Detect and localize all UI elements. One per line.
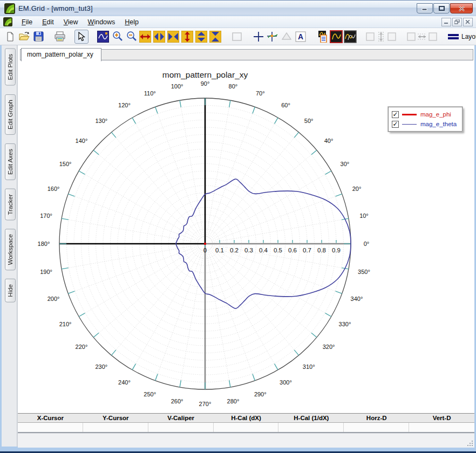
svg-text:140°: 140° xyxy=(76,138,88,144)
readout-value xyxy=(148,423,214,432)
svg-text:0.4: 0.4 xyxy=(259,247,268,253)
maximize-button[interactable] xyxy=(433,3,450,13)
legend-checkbox-mag_e_theta[interactable]: ✓ xyxy=(392,121,399,128)
svg-text:20°: 20° xyxy=(352,186,362,192)
svg-text:0.5: 0.5 xyxy=(274,247,282,253)
legend-label: mag_e_theta xyxy=(420,121,457,127)
expand-vertical-red-button[interactable] xyxy=(180,30,194,44)
app-logo-icon xyxy=(4,3,15,14)
pointer-select-button[interactable] xyxy=(74,30,89,44)
readout-value xyxy=(83,423,148,432)
child-minimize-button[interactable] xyxy=(441,18,451,26)
sidebar-tab-hide[interactable]: Hide xyxy=(5,279,16,303)
svg-text:260°: 260° xyxy=(171,398,183,404)
tab-strip: mom_pattern_polar_xy xyxy=(18,45,474,60)
layout-icon xyxy=(448,33,459,40)
readout-value xyxy=(278,423,344,432)
expand-vertical-button[interactable] xyxy=(194,30,208,44)
zoom-in-button[interactable] xyxy=(110,30,124,44)
tab-mom_pattern_polar_xy[interactable]: mom_pattern_polar_xy xyxy=(21,48,101,61)
readout-header-x-cursor: X-Cursor xyxy=(18,414,83,422)
new-document-button[interactable] xyxy=(3,30,17,44)
svg-text:330°: 330° xyxy=(339,321,351,327)
document-logo-icon xyxy=(3,17,12,26)
text-annotation-button[interactable]: A xyxy=(294,30,308,44)
svg-text:340°: 340° xyxy=(351,296,363,302)
child-close-button[interactable] xyxy=(463,18,473,26)
menu-view[interactable]: View xyxy=(59,17,83,27)
readout-value xyxy=(214,423,279,432)
fit-horizontal-button xyxy=(406,30,439,44)
readout-header-horz-d: Horz-D xyxy=(344,414,409,422)
shrink-vertical-button[interactable] xyxy=(208,30,222,44)
sidebar-tab-edit-axes[interactable]: Edit Axes xyxy=(5,143,16,180)
zoom-out-button[interactable] xyxy=(124,30,138,44)
svg-text:70°: 70° xyxy=(256,90,265,97)
menu-edit[interactable]: Edit xyxy=(37,17,59,27)
svg-text:0.7: 0.7 xyxy=(303,247,311,253)
title-bar[interactable]: EM.Grid - [wmom_tut3] xyxy=(0,0,476,16)
layout-button[interactable]: Layout xyxy=(448,33,476,40)
readout-header-v-caliper: V-Caliper xyxy=(148,414,214,422)
readout-header-h-cal-1-dx-: H-Cal (1/dX) xyxy=(278,414,344,422)
legend-line-sample xyxy=(402,124,417,125)
readout-header-h-cal-dx-: H-Cal (dX) xyxy=(214,414,279,422)
legend-label: mag_e_phi xyxy=(420,111,451,118)
shrink-horizontal-button[interactable] xyxy=(166,30,180,44)
toolbar: ALayout xyxy=(0,28,476,45)
sidebar-tab-edit-graph[interactable]: Edit Graph xyxy=(5,94,16,135)
svg-text:120°: 120° xyxy=(118,102,131,108)
resize-grip[interactable] xyxy=(466,440,473,446)
sidebar-tab-tracker[interactable]: Tracker xyxy=(5,189,16,221)
svg-text:50°: 50° xyxy=(304,118,314,124)
svg-text:160°: 160° xyxy=(47,186,60,192)
menu-windows[interactable]: Windows xyxy=(83,17,120,27)
expand-horizontal-button[interactable] xyxy=(152,30,166,44)
svg-text:270°: 270° xyxy=(199,401,212,407)
menu-bar: FileEditViewWindowsHelp xyxy=(0,16,476,28)
expand-horizontal-red-button[interactable] xyxy=(138,30,152,44)
full-view-button[interactable] xyxy=(96,30,110,44)
svg-text:210°: 210° xyxy=(59,321,72,327)
svg-text:190°: 190° xyxy=(40,269,52,275)
readout-value xyxy=(18,423,83,432)
minimize-button[interactable] xyxy=(417,3,433,13)
svg-text:130°: 130° xyxy=(95,118,107,124)
radial-labels: 00.10.20.30.40.50.60.70.80.9 xyxy=(203,247,341,253)
child-restore-button[interactable] xyxy=(452,18,462,26)
svg-text:290°: 290° xyxy=(254,391,267,397)
svg-text:10°: 10° xyxy=(359,212,369,219)
single-graph-window-button[interactable] xyxy=(329,30,343,44)
svg-text:0.3: 0.3 xyxy=(244,247,253,253)
readout-header-vert-d: Vert-D xyxy=(409,414,474,422)
chart-title: mom_pattern_polar_xy xyxy=(162,70,248,79)
menu-help[interactable]: Help xyxy=(120,17,144,27)
legend-editor-button[interactable] xyxy=(315,30,329,44)
svg-text:0.6: 0.6 xyxy=(288,247,297,253)
sidebar-tab-edit-plots[interactable]: Edit Plots xyxy=(5,49,16,86)
svg-text:60°: 60° xyxy=(281,102,290,108)
save-file-button[interactable] xyxy=(31,30,45,44)
svg-text:150°: 150° xyxy=(59,161,72,167)
svg-text:0.1: 0.1 xyxy=(215,247,224,253)
status-bar xyxy=(18,433,474,448)
cross-cursor-button[interactable] xyxy=(251,30,266,44)
svg-text:300°: 300° xyxy=(280,379,292,386)
svg-text:90°: 90° xyxy=(201,80,210,87)
svg-text:0°: 0° xyxy=(364,241,370,247)
menu-file[interactable]: File xyxy=(17,17,37,27)
sidebar: Edit PlotsEdit GraphEdit AxesTrackerWork… xyxy=(0,45,17,447)
open-file-button[interactable] xyxy=(17,30,31,44)
tracker-cursor-button[interactable] xyxy=(266,30,280,44)
multi-graph-window-button[interactable] xyxy=(343,30,357,44)
window-title: EM.Grid - [wmom_tut3] xyxy=(18,4,93,12)
svg-text:320°: 320° xyxy=(323,344,335,350)
chart-legend[interactable]: ✓mag_e_phi✓mag_e_theta xyxy=(388,107,463,132)
svg-text:0.8: 0.8 xyxy=(317,247,326,253)
sidebar-tab-workspace[interactable]: Workspace xyxy=(5,229,16,270)
polar-chart-area: 0°10°20°30°40°50°60°70°80°90°100°110°120… xyxy=(18,60,474,413)
print-button[interactable] xyxy=(53,30,67,44)
close-button[interactable] xyxy=(450,3,473,13)
legend-checkbox-mag_e_phi[interactable]: ✓ xyxy=(392,111,399,118)
svg-text:0.2: 0.2 xyxy=(230,247,239,253)
